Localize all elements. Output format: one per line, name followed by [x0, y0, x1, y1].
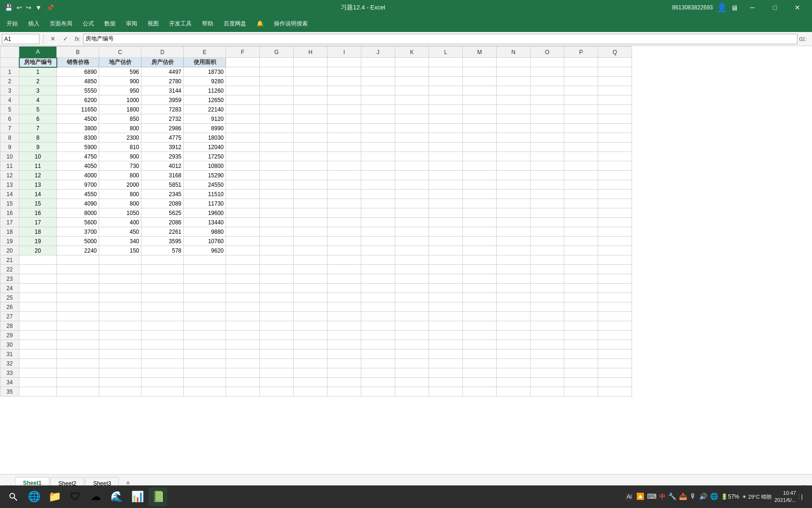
col-header-d[interactable]: D	[141, 47, 184, 58]
cell-j13[interactable]	[361, 171, 395, 180]
taskbar-edge[interactable]: 🌐	[24, 487, 43, 506]
cell-j17[interactable]	[361, 208, 395, 218]
cell-empty[interactable]	[141, 265, 184, 274]
cell-empty[interactable]	[598, 387, 632, 397]
cell-p12[interactable]	[564, 161, 598, 171]
cell-empty[interactable]	[564, 368, 598, 378]
row-header-34[interactable]: 33	[0, 368, 19, 378]
cell-g18[interactable]	[260, 218, 294, 227]
cell-f8[interactable]	[226, 124, 260, 133]
cell-g17[interactable]	[260, 208, 294, 218]
cell-b10[interactable]: 5900	[57, 143, 99, 152]
cell-empty[interactable]	[531, 312, 564, 321]
cell-q8[interactable]	[598, 124, 632, 133]
cell-empty[interactable]	[395, 255, 429, 265]
cell-h12[interactable]	[294, 161, 328, 171]
cell-empty[interactable]	[184, 368, 226, 378]
ai-icon[interactable]: Ai	[625, 492, 634, 501]
cell-j16[interactable]	[361, 199, 395, 208]
cell-empty[interactable]	[361, 265, 395, 274]
cell-p20[interactable]	[564, 237, 598, 246]
row-header-24[interactable]: 23	[0, 274, 19, 284]
cell-g9[interactable]	[260, 133, 294, 143]
cell-empty[interactable]	[184, 378, 226, 387]
cell-empty[interactable]	[57, 274, 99, 284]
cell-c16[interactable]: 800	[99, 199, 141, 208]
cell-n21[interactable]	[497, 246, 531, 255]
cell-b4[interactable]: 5550	[57, 86, 99, 95]
cell-c8[interactable]: 800	[99, 124, 141, 133]
cell-n4[interactable]	[497, 86, 531, 95]
cell-empty[interactable]	[463, 349, 497, 359]
menu-formulas[interactable]: 公式	[78, 18, 99, 30]
cell-empty[interactable]	[463, 378, 497, 387]
cell-empty[interactable]	[226, 340, 260, 349]
cell-empty[interactable]	[395, 302, 429, 312]
cell-m20[interactable]	[463, 237, 497, 246]
cell-empty[interactable]	[395, 312, 429, 321]
cell-empty[interactable]	[429, 274, 463, 284]
cell-empty[interactable]	[463, 368, 497, 378]
cell-q14[interactable]	[598, 180, 632, 190]
cell-empty[interactable]	[531, 349, 564, 359]
cell-empty[interactable]	[564, 340, 598, 349]
cell-c10[interactable]: 810	[99, 143, 141, 152]
cell-a4[interactable]: 3	[19, 86, 57, 95]
cell-n2[interactable]	[497, 67, 531, 77]
cell-empty[interactable]	[294, 368, 328, 378]
cell-g15[interactable]	[260, 190, 294, 199]
cell-f9[interactable]	[226, 133, 260, 143]
cell-o1[interactable]	[531, 58, 564, 67]
cell-g20[interactable]	[260, 237, 294, 246]
cell-a19[interactable]: 18	[19, 227, 57, 237]
cell-empty[interactable]	[57, 321, 99, 331]
cell-l4[interactable]	[429, 86, 463, 95]
cell-a1[interactable]: 房地产编号	[19, 58, 57, 67]
cell-e4[interactable]: 11260	[184, 86, 226, 95]
row-header-20[interactable]: 19	[0, 237, 19, 246]
cell-k8[interactable]	[395, 124, 429, 133]
cell-p1[interactable]	[564, 58, 598, 67]
cell-k9[interactable]	[395, 133, 429, 143]
cell-b21[interactable]: 2240	[57, 246, 99, 255]
cell-b18[interactable]: 5600	[57, 218, 99, 227]
show-desktop-btn[interactable]: |	[799, 493, 804, 500]
cell-j7[interactable]	[361, 114, 395, 124]
col-header-g[interactable]: G	[260, 47, 294, 58]
cell-f6[interactable]	[226, 105, 260, 114]
cell-d17[interactable]: 5625	[141, 208, 184, 218]
cell-e21[interactable]: 9620	[184, 246, 226, 255]
menu-view[interactable]: 视图	[143, 18, 164, 30]
cell-f12[interactable]	[226, 161, 260, 171]
cell-i2[interactable]	[328, 67, 361, 77]
cell-e10[interactable]: 12040	[184, 143, 226, 152]
row-header-36[interactable]: 35	[0, 387, 19, 397]
close-button[interactable]: ✕	[787, 0, 808, 15]
cell-m13[interactable]	[463, 171, 497, 180]
cell-l20[interactable]	[429, 237, 463, 246]
row-header-10[interactable]: 9	[0, 143, 19, 152]
cell-k5[interactable]	[395, 95, 429, 105]
cell-p14[interactable]	[564, 180, 598, 190]
cell-a7[interactable]: 6	[19, 114, 57, 124]
cell-l18[interactable]	[429, 218, 463, 227]
cell-f1[interactable]	[226, 58, 260, 67]
menu-review[interactable]: 审阅	[121, 18, 142, 30]
cell-empty[interactable]	[294, 293, 328, 302]
cell-m5[interactable]	[463, 95, 497, 105]
cell-c3[interactable]: 900	[99, 77, 141, 86]
cell-b15[interactable]: 4550	[57, 190, 99, 199]
cell-n13[interactable]	[497, 171, 531, 180]
cell-q21[interactable]	[598, 246, 632, 255]
cell-q17[interactable]	[598, 208, 632, 218]
cell-b19[interactable]: 3700	[57, 227, 99, 237]
cell-k7[interactable]	[395, 114, 429, 124]
cell-empty[interactable]	[260, 349, 294, 359]
cell-empty[interactable]	[395, 265, 429, 274]
maximize-button[interactable]: □	[764, 0, 786, 15]
cell-c19[interactable]: 450	[99, 227, 141, 237]
cell-empty[interactable]	[226, 293, 260, 302]
cell-empty[interactable]	[226, 284, 260, 293]
cell-g13[interactable]	[260, 171, 294, 180]
cell-b6[interactable]: 11650	[57, 105, 99, 114]
